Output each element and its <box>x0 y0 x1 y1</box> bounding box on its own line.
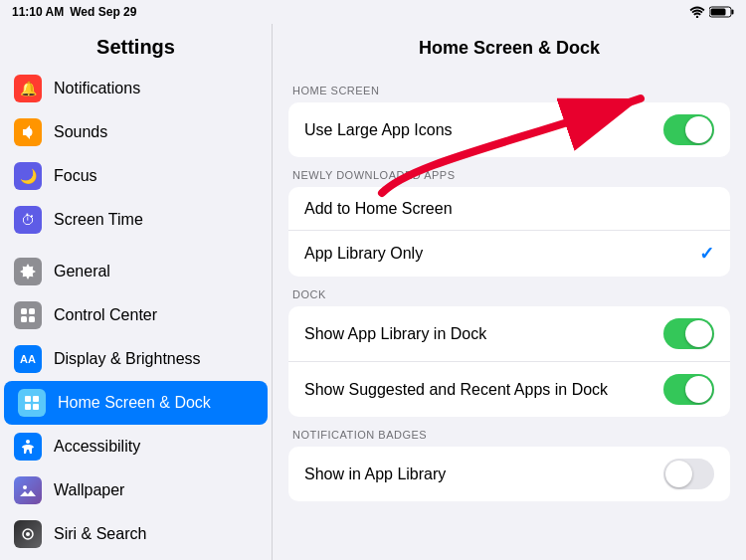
svg-rect-11 <box>25 404 31 410</box>
svg-rect-9 <box>25 396 31 402</box>
large-icons-row: Use Large App Icons <box>288 102 730 157</box>
time: 11:10 AM <box>12 5 64 19</box>
svg-point-16 <box>26 532 30 536</box>
control-center-label: Control Center <box>54 306 157 324</box>
sidebar-item-general[interactable]: General <box>0 250 272 293</box>
focus-icon: 🌙 <box>14 162 42 190</box>
sidebar-item-wallpaper[interactable]: Wallpaper <box>0 468 272 512</box>
section-notification-badges: NOTIFICATION BADGES Show in App Library <box>288 429 730 501</box>
show-app-library-dock-row: Show App Library in Dock <box>288 306 730 362</box>
sidebar-item-screen-time[interactable]: ⏱ Screen Time <box>0 198 272 242</box>
newly-downloaded-card: Add to Home Screen App Library Only ✓ <box>288 187 730 277</box>
dock-section-label: DOCK <box>288 288 730 300</box>
home-screen-card: Use Large App Icons <box>288 102 730 157</box>
sidebar-item-siri[interactable]: Siri & Search <box>0 512 272 556</box>
add-to-home-row[interactable]: Add to Home Screen <box>288 187 730 231</box>
wallpaper-icon <box>14 476 42 504</box>
content-area: Home Screen & Dock HOME SCREEN Use Large… <box>273 24 746 560</box>
home-screen-icon <box>18 389 46 417</box>
show-app-library-dock-toggle[interactable] <box>663 318 714 349</box>
show-app-library-badge-row: Show in App Library <box>288 447 730 501</box>
home-screen-label: Home Screen & Dock <box>58 394 211 412</box>
show-suggested-dock-row: Show Suggested and Recent Apps in Dock <box>288 362 730 417</box>
newly-downloaded-label: NEWLY DOWNLOADED APPS <box>288 169 730 181</box>
sidebar: Settings 🔔 Notifications Sounds 🌙 Focus … <box>0 24 273 560</box>
sounds-icon <box>14 118 42 146</box>
dock-card: Show App Library in Dock Show Suggested … <box>288 306 730 417</box>
large-icons-label: Use Large App Icons <box>304 121 663 139</box>
svg-rect-8 <box>29 316 35 322</box>
siri-label: Siri & Search <box>54 525 146 543</box>
sidebar-item-display[interactable]: AA Display & Brightness <box>0 337 272 381</box>
add-to-home-label: Add to Home Screen <box>304 200 714 218</box>
general-icon <box>14 258 42 285</box>
content-title: Home Screen & Dock <box>273 24 746 73</box>
notifications-icon: 🔔 <box>14 75 42 102</box>
svg-rect-7 <box>21 316 27 322</box>
large-icons-toggle[interactable] <box>663 114 714 145</box>
screen-time-icon: ⏱ <box>14 206 42 234</box>
status-icons <box>689 6 734 18</box>
svg-rect-12 <box>33 404 39 410</box>
app-library-checkmark: ✓ <box>699 243 714 265</box>
show-app-library-dock-knob <box>685 320 712 347</box>
show-suggested-dock-toggle[interactable] <box>663 374 714 405</box>
control-center-icon <box>14 301 42 329</box>
sidebar-item-accessibility[interactable]: Accessibility <box>0 425 272 468</box>
battery-icon <box>709 6 734 18</box>
section-home-screen: HOME SCREEN Use Large App Icons <box>288 85 730 157</box>
show-app-library-badge-label: Show in App Library <box>304 466 663 483</box>
show-suggested-dock-label: Show Suggested and Recent Apps in Dock <box>304 381 663 399</box>
general-label: General <box>54 263 110 280</box>
sidebar-title: Settings <box>0 24 272 67</box>
app-library-only-row[interactable]: App Library Only ✓ <box>288 231 730 277</box>
app-library-only-label: App Library Only <box>304 245 699 263</box>
notification-badges-label: NOTIFICATION BADGES <box>288 429 730 441</box>
display-icon: AA <box>14 345 42 373</box>
svg-rect-5 <box>21 308 27 314</box>
wifi-icon <box>689 6 705 18</box>
show-app-library-badge-knob <box>665 461 692 487</box>
home-screen-section-label: HOME SCREEN <box>288 85 730 96</box>
content-inner: Home Screen & Dock HOME SCREEN Use Large… <box>273 24 746 501</box>
sidebar-item-home-screen[interactable]: Home Screen & Dock <box>4 381 268 425</box>
svg-rect-10 <box>33 396 39 402</box>
svg-rect-2 <box>732 10 734 15</box>
sidebar-item-control-center[interactable]: Control Center <box>0 293 272 337</box>
notification-badges-card: Show in App Library <box>288 447 730 501</box>
screen-time-label: Screen Time <box>54 211 143 229</box>
svg-rect-6 <box>29 308 35 314</box>
date: Wed Sep 29 <box>70 5 136 19</box>
svg-point-14 <box>23 485 27 489</box>
section-newly-downloaded: NEWLY DOWNLOADED APPS Add to Home Screen… <box>288 169 730 277</box>
notifications-label: Notifications <box>54 80 140 97</box>
display-label: Display & Brightness <box>54 350 201 368</box>
siri-icon <box>14 520 42 548</box>
accessibility-label: Accessibility <box>54 438 140 456</box>
svg-point-13 <box>26 440 30 444</box>
sidebar-item-touch-id[interactable]: Touch ID & Passcode <box>0 556 272 560</box>
focus-label: Focus <box>54 167 97 185</box>
svg-rect-3 <box>711 9 726 16</box>
sidebar-item-focus[interactable]: 🌙 Focus <box>0 154 272 198</box>
show-app-library-dock-label: Show App Library in Dock <box>304 325 663 343</box>
section-dock: DOCK Show App Library in Dock Show Sugge… <box>288 288 730 417</box>
show-suggested-dock-knob <box>685 376 712 403</box>
wallpaper-label: Wallpaper <box>54 481 124 499</box>
sounds-label: Sounds <box>54 123 107 141</box>
sidebar-item-notifications[interactable]: 🔔 Notifications <box>0 67 272 110</box>
show-app-library-badge-toggle[interactable] <box>663 459 714 489</box>
large-icons-knob <box>685 116 712 143</box>
svg-point-0 <box>696 16 698 18</box>
status-bar: 11:10 AM Wed Sep 29 <box>0 0 746 24</box>
accessibility-icon <box>14 433 42 461</box>
sidebar-item-sounds[interactable]: Sounds <box>0 110 272 154</box>
